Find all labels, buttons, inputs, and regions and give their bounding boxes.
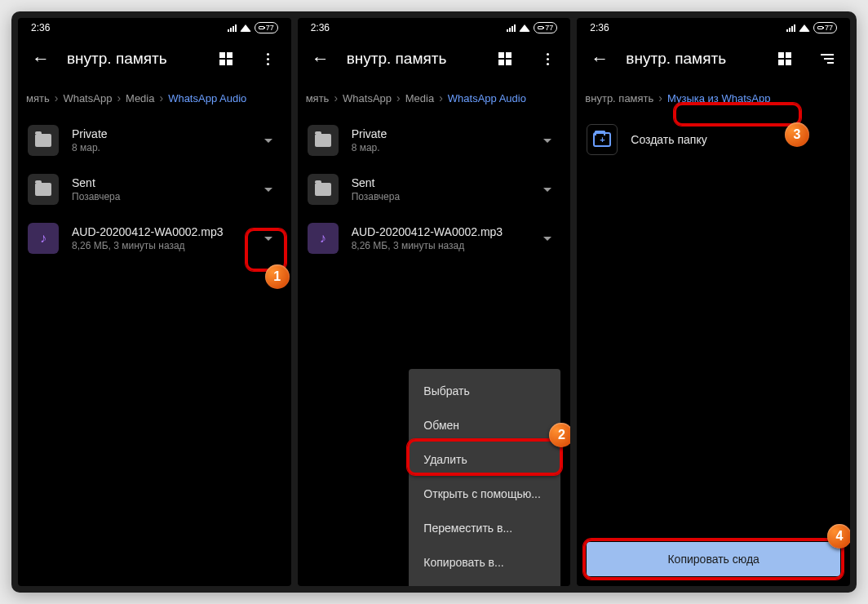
folder-row[interactable]: SentПозавчера — [18, 165, 291, 214]
copy-here-button[interactable]: Копировать сюда — [587, 542, 840, 576]
folder-row[interactable]: SentПозавчера — [298, 165, 571, 214]
breadcrumb: мять› WhatsApp› Media› WhatsApp Audio — [298, 80, 571, 116]
signal-icon — [786, 24, 795, 32]
file-list: Создать папку — [577, 116, 850, 586]
file-list: Private8 мар. SentПозавчера ♪ AUD-202004… — [298, 116, 571, 586]
crumb[interactable]: Media — [122, 92, 157, 104]
menu-move-to[interactable]: Переместить в... — [409, 511, 560, 545]
battery-icon: 77 — [534, 22, 557, 33]
dropdown-icon[interactable] — [531, 124, 564, 157]
folder-icon — [308, 174, 339, 205]
app-bar: ← внутр. память — [577, 38, 850, 80]
breadcrumb: внутр. память› Музыка из WhatsApp — [577, 80, 850, 116]
folder-row[interactable]: Private8 мар. — [298, 116, 571, 165]
back-button[interactable]: ← — [24, 42, 57, 75]
battery-icon: 77 — [255, 22, 278, 33]
crumb-current[interactable]: WhatsApp Audio — [165, 92, 250, 104]
clock: 2:36 — [311, 22, 330, 33]
phone-screen-1: 2:36 77 ← внутр. память мять› WhatsApp› … — [18, 18, 291, 586]
folder-icon — [308, 125, 339, 156]
context-menu: Выбрать Обмен Удалить Открыть с помощью.… — [409, 369, 560, 586]
crumb[interactable]: мять — [303, 92, 333, 104]
audio-icon: ♪ — [28, 223, 59, 254]
view-grid-button[interactable] — [489, 42, 521, 75]
crumb[interactable]: Media — [402, 92, 437, 104]
clock: 2:36 — [31, 22, 50, 33]
crumb-current[interactable]: WhatsApp Audio — [445, 92, 529, 104]
menu-copy-to[interactable]: Копировать в... — [409, 545, 560, 580]
dropdown-icon[interactable] — [531, 173, 564, 206]
audio-icon: ♪ — [308, 223, 339, 254]
battery-icon: 77 — [813, 22, 837, 33]
signal-icon — [507, 24, 516, 32]
dropdown-icon[interactable] — [531, 222, 564, 255]
step-badge-1: 1 — [265, 264, 290, 289]
new-folder-icon — [587, 124, 618, 155]
crumb[interactable]: WhatsApp — [339, 92, 395, 104]
crumb[interactable]: внутр. память — [582, 92, 657, 104]
menu-rename[interactable]: Переименовать — [409, 580, 560, 586]
step-badge-3: 3 — [785, 122, 809, 147]
app-bar: ← внутр. память — [298, 38, 571, 80]
app-bar: ← внутр. память — [18, 38, 291, 80]
breadcrumb: мять› WhatsApp› Media› WhatsApp Audio — [18, 80, 291, 116]
back-button[interactable]: ← — [304, 42, 337, 75]
crumb[interactable]: WhatsApp — [60, 92, 115, 104]
file-list: Private8 мар. SentПозавчера ♪ AUD-202004… — [18, 116, 291, 586]
new-folder-row[interactable]: Создать папку — [577, 116, 850, 163]
more-button[interactable] — [531, 42, 564, 75]
crumb-current[interactable]: Музыка из WhatsApp — [664, 92, 773, 104]
file-row[interactable]: ♪ AUD-20200412-WA0002.mp38,26 МБ, 3 мину… — [298, 214, 571, 263]
status-bar: 2:36 77 — [18, 18, 291, 38]
dropdown-icon[interactable] — [252, 173, 285, 206]
menu-share[interactable]: Обмен — [409, 408, 560, 442]
wifi-icon — [519, 24, 530, 32]
phone-screen-2: 2:36 77 ← внутр. память мять› WhatsApp› … — [298, 18, 571, 586]
view-grid-button[interactable] — [768, 42, 801, 75]
dropdown-icon[interactable] — [252, 222, 285, 255]
phone-screen-3: 2:36 77 ← внутр. память внутр. память› М… — [577, 18, 850, 586]
step-badge-4: 4 — [827, 524, 850, 548]
page-title: внутр. память — [626, 50, 759, 68]
folder-icon — [28, 174, 59, 205]
page-title: внутр. память — [67, 50, 200, 68]
menu-open-with[interactable]: Открыть с помощью... — [409, 477, 560, 511]
dropdown-icon[interactable] — [252, 124, 285, 157]
folder-icon — [28, 125, 59, 156]
page-title: внутр. память — [347, 50, 480, 68]
signal-icon — [228, 24, 237, 32]
menu-select[interactable]: Выбрать — [409, 374, 560, 408]
wifi-icon — [240, 24, 251, 32]
menu-delete[interactable]: Удалить — [409, 442, 560, 477]
view-grid-button[interactable] — [210, 42, 242, 75]
wifi-icon — [799, 24, 810, 32]
sort-button[interactable] — [811, 42, 844, 75]
more-button[interactable] — [252, 42, 285, 75]
crumb[interactable]: мять — [23, 92, 53, 104]
status-bar: 2:36 77 — [298, 18, 571, 38]
folder-row[interactable]: Private8 мар. — [18, 116, 291, 165]
status-bar: 2:36 77 — [577, 18, 850, 38]
clock: 2:36 — [590, 22, 609, 33]
back-button[interactable]: ← — [583, 42, 616, 75]
step-badge-2: 2 — [549, 423, 570, 447]
file-row[interactable]: ♪ AUD-20200412-WA0002.mp38,26 МБ, 3 мину… — [18, 214, 291, 263]
